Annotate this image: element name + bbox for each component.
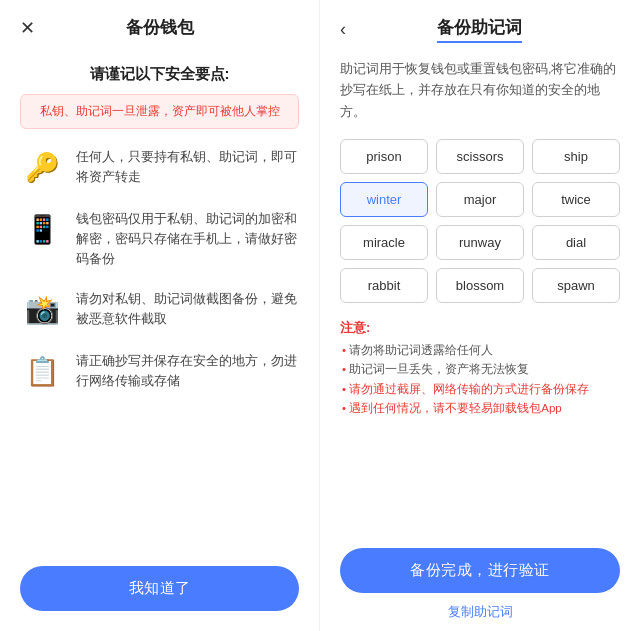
- left-footer: 我知道了: [0, 554, 319, 611]
- safety-item-1: 🔑 任何人，只要持有私钥、助记词，即可将资产转走: [20, 145, 299, 189]
- right-title-wrapper: 备份助记词: [356, 16, 620, 43]
- notes-item-3: 遇到任何情况，请不要轻易卸载钱包App: [340, 399, 620, 419]
- safety-items-list: 🔑 任何人，只要持有私钥、助记词，即可将资产转走 📱 钱包密码仅用于私钥、助记词…: [0, 145, 319, 554]
- safety-heading: 请谨记以下安全要点:: [0, 55, 319, 94]
- left-title: 备份钱包: [126, 16, 194, 39]
- know-button[interactable]: 我知道了: [20, 566, 299, 611]
- safety-item-3: 📸 请勿对私钥、助记词做截图备份，避免被恶意软件截取: [20, 287, 299, 331]
- right-footer: 备份完成，进行验证 复制助记词: [320, 538, 640, 631]
- mnemonic-word-2: ship: [532, 139, 620, 174]
- notes-section: 注意: 请勿将助记词透露给任何人 助记词一旦丢失，资产将无法恢复 请勿通过截屏、…: [320, 311, 640, 429]
- mnemonic-word-5: twice: [532, 182, 620, 217]
- backup-verify-button[interactable]: 备份完成，进行验证: [340, 548, 620, 593]
- right-panel: ‹ 备份助记词 助记词用于恢复钱包或重置钱包密码,将它准确的抄写在纸上，并存放在…: [320, 0, 640, 631]
- right-description: 助记词用于恢复钱包或重置钱包密码,将它准确的抄写在纸上，并存放在只有你知道的安全…: [320, 53, 640, 135]
- mnemonic-word-9: rabbit: [340, 268, 428, 303]
- left-header: ✕ 备份钱包: [0, 0, 319, 55]
- mnemonic-word-1: scissors: [436, 139, 524, 174]
- copy-mnemonic-link[interactable]: 复制助记词: [340, 603, 620, 625]
- safety-item-4: 📋 请正确抄写并保存在安全的地方，勿进行网络传输或存储: [20, 349, 299, 393]
- left-panel: ✕ 备份钱包 请谨记以下安全要点: 私钥、助记词一旦泄露，资产即可被他人掌控 🔑…: [0, 0, 320, 631]
- mnemonic-word-4: major: [436, 182, 524, 217]
- notes-item-0: 请勿将助记词透露给任何人: [340, 341, 620, 361]
- safety-text-4: 请正确抄写并保存在安全的地方，勿进行网络传输或存储: [76, 349, 299, 391]
- notes-item-1: 助记词一旦丢失，资产将无法恢复: [340, 360, 620, 380]
- mnemonic-word-6: miracle: [340, 225, 428, 260]
- mnemonic-word-0: prison: [340, 139, 428, 174]
- right-header: ‹ 备份助记词: [320, 0, 640, 53]
- mnemonic-word-11: spawn: [532, 268, 620, 303]
- right-title: 备份助记词: [437, 16, 522, 43]
- mnemonic-word-7: runway: [436, 225, 524, 260]
- key-icon: 🔑: [20, 145, 64, 189]
- mnemonic-grid: prison scissors ship winter major twice …: [320, 135, 640, 311]
- notes-item-2: 请勿通过截屏、网络传输的方式进行备份保存: [340, 380, 620, 400]
- phone-icon: 📱: [20, 207, 64, 251]
- mnemonic-word-3: winter: [340, 182, 428, 217]
- safety-text-2: 钱包密码仅用于私钥、助记词的加密和解密，密码只存储在手机上，请做好密码备份: [76, 207, 299, 269]
- safety-text-3: 请勿对私钥、助记词做截图备份，避免被恶意软件截取: [76, 287, 299, 329]
- mnemonic-word-10: blossom: [436, 268, 524, 303]
- copy-doc-icon: 📋: [20, 349, 64, 393]
- screenshot-icon: 📸: [20, 287, 64, 331]
- back-button[interactable]: ‹: [340, 19, 346, 40]
- notes-title: 注意:: [340, 319, 620, 337]
- safety-item-2: 📱 钱包密码仅用于私钥、助记词的加密和解密，密码只存储在手机上，请做好密码备份: [20, 207, 299, 269]
- warning-banner: 私钥、助记词一旦泄露，资产即可被他人掌控: [20, 94, 299, 129]
- close-button[interactable]: ✕: [20, 17, 35, 39]
- mnemonic-word-8: dial: [532, 225, 620, 260]
- safety-text-1: 任何人，只要持有私钥、助记词，即可将资产转走: [76, 145, 299, 187]
